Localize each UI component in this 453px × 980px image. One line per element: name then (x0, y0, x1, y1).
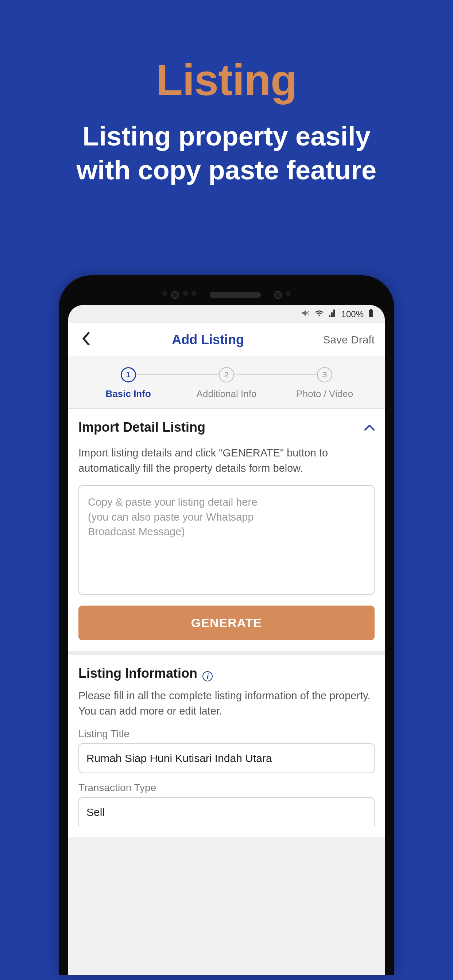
step-number: 2 (219, 367, 234, 382)
step-additional-info[interactable]: 2 Additional Info (177, 367, 275, 399)
step-label: Basic Info (106, 388, 151, 399)
phone-top-bezel (68, 285, 385, 305)
promo-subtitle-line2: with copy paste feature (77, 155, 376, 185)
mute-icon (301, 309, 310, 320)
info-icon[interactable]: i (203, 671, 213, 681)
collapse-toggle[interactable] (364, 421, 375, 434)
wifi-icon (314, 309, 324, 320)
stepper: 1 Basic Info 2 Additional Info 3 Photo /… (68, 356, 385, 409)
app-header: Add Listing Save Draft (68, 323, 385, 356)
phone-mockup: 100% Add Listing Save Draft 1 Basic Info (59, 275, 394, 975)
listing-title-input[interactable]: Rumah Siap Huni Kutisari Indah Utara (78, 743, 375, 773)
import-card-title: Import Detail Listing (78, 420, 205, 435)
battery-icon (368, 309, 374, 320)
listing-info-title: Listing Information (78, 666, 197, 681)
step-number: 1 (121, 367, 136, 382)
step-label: Photo / Video (296, 388, 353, 399)
generate-button[interactable]: GENERATE (78, 606, 375, 640)
import-textarea[interactable]: Copy & paste your listing detail here (y… (78, 485, 375, 595)
listing-info-description: Please fill in all the complete listing … (78, 688, 375, 719)
promo-subtitle: Listing property easily with copy paste … (0, 119, 453, 187)
content-area: Import Detail Listing Import listing det… (68, 409, 385, 837)
promo-subtitle-line1: Listing property easily (83, 121, 370, 151)
speaker-grille (210, 292, 261, 298)
import-listing-card: Import Detail Listing Import listing det… (68, 409, 385, 651)
import-card-description: Import listing details and click "GENERA… (78, 445, 375, 476)
svg-rect-0 (369, 310, 373, 317)
battery-percent: 100% (341, 309, 364, 320)
phone-screen: 100% Add Listing Save Draft 1 Basic Info (68, 305, 385, 975)
listing-title-label: Listing Title (78, 728, 375, 740)
step-basic-info[interactable]: 1 Basic Info (79, 367, 177, 399)
placeholder-line: Broadcast Message) (88, 526, 185, 538)
step-number: 3 (317, 367, 332, 382)
step-label: Additional Info (196, 388, 257, 399)
page-title: Add Listing (94, 332, 321, 347)
transaction-type-select[interactable]: Sell (78, 797, 375, 827)
placeholder-line: (you can also paste your Whatsapp (88, 511, 254, 523)
promo-title: Listing (0, 0, 453, 105)
placeholder-line: Copy & paste your listing detail here (88, 496, 257, 508)
transaction-type-label: Transaction Type (78, 782, 375, 794)
svg-rect-1 (370, 309, 372, 310)
save-draft-button[interactable]: Save Draft (321, 334, 376, 346)
status-bar: 100% (68, 305, 385, 323)
signal-icon (328, 309, 337, 320)
back-button[interactable] (77, 331, 94, 349)
listing-information-card: Listing Information i Please fill in all… (68, 655, 385, 837)
step-photo-video[interactable]: 3 Photo / Video (276, 367, 374, 399)
